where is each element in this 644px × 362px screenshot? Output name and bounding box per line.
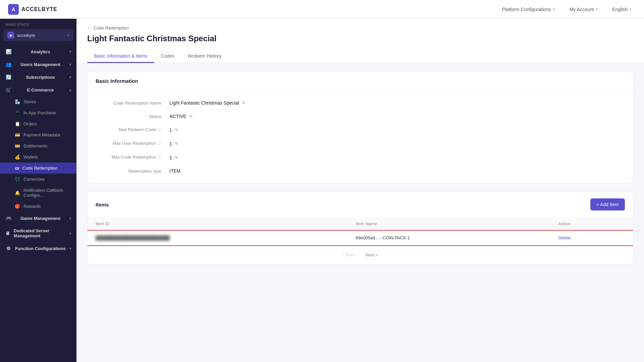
tabs: Basic Information & Items Codes Redeem H… — [87, 50, 633, 63]
dedicated-server-icon: 🖥 — [5, 231, 10, 236]
sidebar-item-subscriptions[interactable]: 🔄 Subscriptions ▾ — [0, 71, 76, 83]
edit-max-redeem-code-icon[interactable]: ✎ — [175, 127, 178, 132]
tab-codes[interactable]: Codes — [154, 50, 181, 63]
namespace-selector[interactable]: ■ accelbyte ▾ — [3, 29, 73, 41]
namespace-icon: ■ — [7, 32, 14, 39]
add-item-button[interactable]: + Add Item — [590, 198, 625, 210]
field-max-code-redemption: Max Code Redemption ⓘ 1 ✎ — [96, 150, 625, 164]
breadcrumb: ← Code Redemption — [87, 25, 633, 31]
sidebar-item-notification-callback[interactable]: 🔔 Notification Callback Configur... — [0, 185, 76, 201]
field-value-status: ACTIVE ✎ — [169, 114, 193, 119]
currencies-icon: 💱 — [15, 177, 20, 182]
sidebar-item-game-management[interactable]: 🎮 Game Management ▾ — [0, 212, 76, 225]
table-row: ████████████████████████ 69e005a9... - C… — [88, 231, 633, 245]
basic-information-title: Basic Information — [88, 71, 633, 91]
code-redemption-icon: 🎟 — [15, 166, 19, 171]
items-card: Items + Add Item Item ID Item Name Actio… — [87, 191, 633, 264]
pagination: < Prev Next > — [88, 245, 633, 264]
main-content: ← Code Redemption Light Fantastic Christ… — [76, 19, 644, 362]
tab-basic-info[interactable]: Basic Information & Items — [87, 50, 154, 63]
subscriptions-chevron-icon: ▾ — [69, 75, 71, 79]
items-table: Item ID Item Name Action ███████████████… — [88, 217, 633, 245]
sidebar: NAMESPACE ■ accelbyte ▾ 📊 Analytics ▾ 👥 … — [0, 19, 76, 362]
field-code-redemption-name: Code Redemption Name Light Fantastic Chr… — [96, 96, 625, 110]
sidebar-item-users-management[interactable]: 👥 Users Management ▾ — [0, 58, 76, 71]
page-header: ← Code Redemption Light Fantastic Christ… — [76, 19, 644, 63]
breadcrumb-parent-link[interactable]: Code Redemption — [94, 25, 129, 31]
edit-max-user-redemption-icon[interactable]: ✎ — [175, 141, 178, 146]
item-id-cell: ████████████████████████ — [88, 231, 347, 245]
entitlements-icon: 🎫 — [15, 143, 20, 148]
sidebar-item-stores[interactable]: 🏪 Stores — [0, 96, 76, 107]
edit-max-code-redemption-icon[interactable]: ✎ — [175, 155, 178, 160]
sidebar-item-in-app-purchase[interactable]: 📱 In-App Purchase — [0, 107, 76, 118]
field-value-max-user-redemption: 1 ✎ — [169, 141, 178, 146]
sidebar-item-function-config[interactable]: ⚙ Function Configurations ▾ — [0, 242, 76, 255]
sidebar-item-code-redemption[interactable]: 🎟 Code Redemption — [0, 163, 76, 174]
page-title: Light Fantastic Christmas Special — [87, 34, 633, 43]
max-code-redemption-info-icon: ⓘ — [157, 155, 161, 160]
field-label-status: Status — [96, 114, 169, 119]
prev-button[interactable]: < Prev — [339, 251, 358, 259]
sidebar-item-ecommerce[interactable]: 🛒 E-Commerce ▴ — [0, 83, 76, 96]
max-redeem-code-info-icon: ⓘ — [157, 127, 161, 132]
col-action: Action — [550, 217, 633, 231]
in-app-purchase-icon: 📱 — [15, 110, 20, 115]
item-action-cell: Delete — [550, 231, 633, 245]
subscriptions-icon: 🔄 — [5, 74, 11, 80]
platform-configurations-btn[interactable]: Platform Configurations ▾ — [497, 4, 559, 15]
logo-text: ACCELBYTE — [21, 6, 57, 12]
game-management-icon: 🎮 — [5, 216, 11, 221]
sidebar-item-entitlements[interactable]: 🎫 Entitlements — [0, 140, 76, 152]
ecommerce-icon: 🛒 — [5, 87, 11, 93]
logo-area: A ACCELBYTE — [8, 4, 57, 15]
analytics-icon: 📊 — [5, 49, 11, 54]
field-max-user-redemption: Max User Redemption ⓘ 1 ✎ — [96, 137, 625, 150]
field-label-redemption-type: Redemption type — [96, 169, 169, 174]
item-name-cell: 69e005a9... - COIN PACK 1 — [347, 231, 550, 245]
edit-code-redemption-name-icon[interactable]: ✎ — [242, 101, 246, 106]
items-title: Items — [96, 202, 109, 207]
next-button[interactable]: Next > — [363, 251, 381, 259]
field-max-redeem-code: Max Redeem Code ⓘ 1 ✎ — [96, 123, 625, 137]
field-label-max-user-redemption: Max User Redemption ⓘ — [96, 141, 169, 146]
field-value-code-redemption-name: Light Fantastic Christmas Special ✎ — [169, 100, 246, 106]
wallets-icon: 💰 — [15, 155, 20, 160]
sidebar-item-currencies[interactable]: 💱 Currencies — [0, 174, 76, 185]
namespace-label: NAMESPACE — [0, 19, 76, 29]
language-btn[interactable]: English ▾ — [607, 4, 636, 15]
items-header: Items + Add Item — [88, 192, 633, 217]
field-value-redemption-type: ITEM — [169, 168, 180, 174]
breadcrumb-arrow: ← — [87, 25, 92, 31]
sidebar-item-analytics[interactable]: 📊 Analytics ▾ — [0, 45, 76, 58]
field-label-code-redemption-name: Code Redemption Name — [96, 101, 169, 106]
col-item-name: Item Name — [347, 217, 550, 231]
orders-icon: 📋 — [15, 121, 20, 126]
field-redemption-type: Redemption type ITEM — [96, 164, 625, 178]
namespace-chevron-icon: ▾ — [67, 34, 69, 37]
sidebar-item-dedicated-server[interactable]: 🖥 Dedicated Server Management ▾ — [0, 225, 76, 242]
top-nav: A ACCELBYTE Platform Configurations ▾ My… — [0, 0, 644, 19]
game-management-chevron-icon: ▾ — [69, 217, 71, 220]
sidebar-item-rewards[interactable]: 🎁 Rewards — [0, 201, 76, 212]
account-chevron-icon: ▾ — [596, 7, 597, 11]
max-user-redemption-info-icon: ⓘ — [157, 141, 161, 146]
notification-callback-icon: 🔔 — [15, 190, 20, 195]
analytics-chevron-icon: ▾ — [69, 50, 71, 54]
tab-redeem-history[interactable]: Redeem History — [181, 50, 228, 63]
payment-metadata-icon: 💳 — [15, 132, 20, 137]
platform-config-chevron-icon: ▾ — [553, 7, 555, 11]
field-value-max-code-redemption: 1 ✎ — [169, 155, 178, 160]
stores-icon: 🏪 — [15, 99, 20, 104]
items-table-header-row: Item ID Item Name Action — [88, 217, 633, 231]
sidebar-item-payment-metadata[interactable]: 💳 Payment Metadata — [0, 129, 76, 140]
edit-status-icon[interactable]: ✎ — [189, 114, 193, 119]
sidebar-item-wallets[interactable]: 💰 Wallets — [0, 152, 76, 163]
ecommerce-chevron-icon: ▴ — [69, 88, 71, 92]
my-account-btn[interactable]: My Account ▾ — [565, 4, 602, 15]
sidebar-item-orders[interactable]: 📋 Orders — [0, 118, 76, 129]
delete-item-button[interactable]: Delete — [558, 235, 571, 240]
field-label-max-redeem-code: Max Redeem Code ⓘ — [96, 127, 169, 133]
field-value-max-redeem-code: 1 ✎ — [169, 127, 178, 133]
function-config-icon: ⚙ — [5, 246, 11, 251]
